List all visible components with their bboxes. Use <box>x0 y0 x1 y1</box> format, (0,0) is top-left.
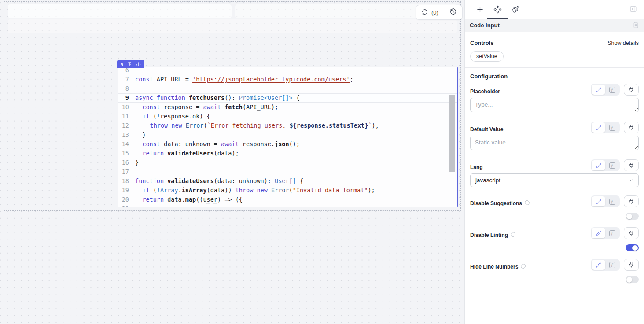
section-divider <box>465 289 644 289</box>
empty-widget-slot-1[interactable] <box>8 4 232 18</box>
code-line[interactable]: 9async function fetchUsers(): Promise<Us… <box>118 93 457 103</box>
widget-name-chip[interactable]: a <box>117 60 144 68</box>
field-lang-head: Lang ƒ <box>470 159 639 171</box>
code-line[interactable]: 19 if (!Array.isArray(data)) throw new E… <box>118 186 457 195</box>
edit-mode-button[interactable] <box>592 228 605 238</box>
default-value-label: Default Value <box>470 123 503 133</box>
code-line[interactable]: 16} <box>118 158 457 167</box>
code-line[interactable]: 20 return data.map((user) => ({ <box>118 195 457 204</box>
disable-suggestions-toggle[interactable] <box>626 213 639 220</box>
edit-mode-button[interactable] <box>592 122 605 133</box>
disable-linting-label: Disable Linting <box>470 228 516 239</box>
binding-mode-switch: ƒ <box>591 259 620 271</box>
refresh-count: (0) <box>431 9 438 16</box>
refresh-button[interactable]: (0) <box>416 5 444 19</box>
hide-line-numbers-toggle[interactable] <box>626 276 639 283</box>
fx-mode-button[interactable]: ƒ <box>605 160 619 170</box>
collapse-panel-button[interactable] <box>629 4 638 15</box>
refresh-icon <box>421 8 428 17</box>
send-down-icon[interactable] <box>127 62 132 66</box>
default-value-input[interactable] <box>470 136 639 150</box>
inspector-panel: Code Input Controls Show details setValu… <box>464 0 644 324</box>
connect-data-button[interactable] <box>624 122 639 133</box>
tab-add[interactable] <box>471 0 489 19</box>
component-header: Code Input <box>465 19 644 32</box>
connect-data-button[interactable] <box>624 159 639 171</box>
anchor-icon[interactable] <box>136 62 141 66</box>
disable-linting-toggle[interactable] <box>626 244 639 251</box>
code-line[interactable]: 12 throw new Error(`Error fetching users… <box>118 121 457 130</box>
field-default-value-head: Default Value ƒ <box>470 122 639 133</box>
editor-scrollbar-thumb[interactable] <box>449 95 455 172</box>
show-details-button[interactable]: Show details <box>607 40 639 46</box>
chevron-down-icon <box>628 177 633 184</box>
info-icon[interactable] <box>524 200 530 207</box>
component-title: Code Input <box>470 22 500 29</box>
field-disable-linting-head: Disable Linting ƒ <box>470 227 639 239</box>
code-line[interactable]: 10 const response = await fetch(API_URL)… <box>118 103 457 112</box>
widget-name-label: a <box>121 62 123 67</box>
field-disable-suggestions-head: Disable Suggestions ƒ <box>470 195 639 207</box>
binding-mode-switch: ƒ <box>591 227 620 239</box>
code-line[interactable]: 15 return validateUsers(data); <box>118 149 457 158</box>
code-line[interactable]: 21 <box>118 204 457 208</box>
code-input-widget[interactable]: 67const API_URL = 'https://jsonplacehold… <box>118 67 458 207</box>
code-line[interactable]: 6 <box>118 67 457 75</box>
code-line[interactable]: 7const API_URL = 'https://jsonplaceholde… <box>118 75 457 84</box>
history-icon <box>449 8 457 17</box>
tab-components[interactable] <box>489 0 506 19</box>
binding-mode-switch: ƒ <box>591 122 620 133</box>
code-line[interactable]: 11 if (!response.ok) { <box>118 112 457 121</box>
fx-mode-button[interactable]: ƒ <box>605 85 619 95</box>
placeholder-input[interactable] <box>470 98 639 112</box>
connect-data-button[interactable] <box>624 195 639 207</box>
connect-data-button[interactable] <box>624 227 639 239</box>
fx-mode-button[interactable]: ƒ <box>605 228 619 238</box>
configuration-section-title: Configuration <box>470 73 639 80</box>
code-lines[interactable]: 67const API_URL = 'https://jsonplacehold… <box>118 67 457 207</box>
edit-mode-button[interactable] <box>592 260 605 270</box>
hide-line-numbers-label: Hide Line Numbers <box>470 260 526 270</box>
canvas-action-bar: (0) <box>416 5 463 20</box>
section-divider <box>465 67 644 68</box>
code-line[interactable]: 14 const data: unknown = await response.… <box>118 140 457 149</box>
lang-select-value: javascript <box>475 177 500 184</box>
connect-data-button[interactable] <box>624 84 639 96</box>
editor-canvas[interactable]: (0) a 67const API_URL = 'https://jsonpla… <box>0 0 464 324</box>
lang-select[interactable]: javascript <box>470 173 639 187</box>
connect-data-button[interactable] <box>624 259 639 271</box>
history-button[interactable] <box>444 5 462 19</box>
edit-mode-button[interactable] <box>592 85 605 95</box>
binding-mode-switch: ƒ <box>591 159 620 171</box>
binding-mode-switch: ƒ <box>591 84 620 96</box>
fx-mode-button[interactable]: ƒ <box>605 260 619 270</box>
controls-section-title: Controls <box>470 40 493 46</box>
empty-widget-slot-3[interactable] <box>8 19 457 33</box>
fx-mode-button[interactable]: ƒ <box>605 122 619 133</box>
info-icon[interactable] <box>510 232 516 239</box>
disable-suggestions-label: Disable Suggestions <box>470 196 530 207</box>
field-hide-line-numbers-head: Hide Line Numbers ƒ <box>470 259 639 271</box>
fx-mode-button[interactable]: ƒ <box>605 196 619 206</box>
code-line[interactable]: 18function validateUsers(data: unknown):… <box>118 177 457 186</box>
edit-mode-button[interactable] <box>592 160 605 170</box>
binding-mode-switch: ƒ <box>591 195 620 207</box>
code-line[interactable]: 17 <box>118 167 457 177</box>
panel-content: Controls Show details setValue Configura… <box>465 32 644 324</box>
code-line[interactable]: 8 <box>118 84 457 93</box>
info-icon[interactable] <box>520 263 526 270</box>
field-placeholder-head: Placeholder ƒ <box>470 84 639 96</box>
inspector-tabbar <box>465 0 644 19</box>
docs-icon[interactable] <box>633 22 639 29</box>
placeholder-label: Placeholder <box>470 85 500 95</box>
lang-label: Lang <box>470 161 483 170</box>
setvalue-action-chip[interactable]: setValue <box>470 51 504 62</box>
edit-mode-button[interactable] <box>592 196 605 206</box>
code-line[interactable]: 13 } <box>118 130 457 140</box>
tab-styles[interactable] <box>506 0 524 19</box>
